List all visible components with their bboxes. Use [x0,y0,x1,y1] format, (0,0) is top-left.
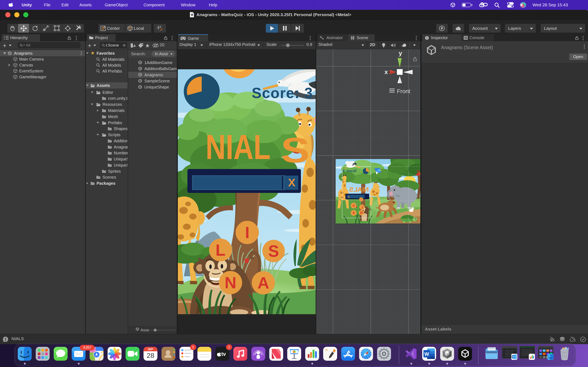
svg-text:L: L [361,205,363,209]
svg-text:tv: tv [221,351,226,357]
svg-text:S: S [268,242,279,260]
svg-text:I: I [361,198,362,201]
svg-text:X: X [288,176,295,189]
svg-text:x: x [384,68,388,75]
svg-text:S: S [281,131,310,170]
svg-text:x: x [348,195,350,198]
svg-text:A: A [352,211,355,215]
svg-text:y: y [399,50,402,57]
svg-text:NIALS: NIALS [349,186,369,193]
svg-text:NIAL: NIAL [206,128,270,166]
svg-text:N: N [225,274,236,292]
svg-text:W: W [424,351,429,357]
svg-text:S: S [352,204,355,208]
svg-text:N: N [360,211,363,215]
svg-text:“: “ [325,348,328,353]
svg-text:Score: 3: Score: 3 [343,169,356,173]
svg-text:A: A [258,274,269,292]
svg-text:28: 28 [147,351,154,359]
svg-text:SEP: SEP [148,348,153,351]
svg-text:I: I [245,224,250,242]
svg-text:L: L [216,241,226,259]
svg-text:Score: 3: Score: 3 [252,85,313,101]
